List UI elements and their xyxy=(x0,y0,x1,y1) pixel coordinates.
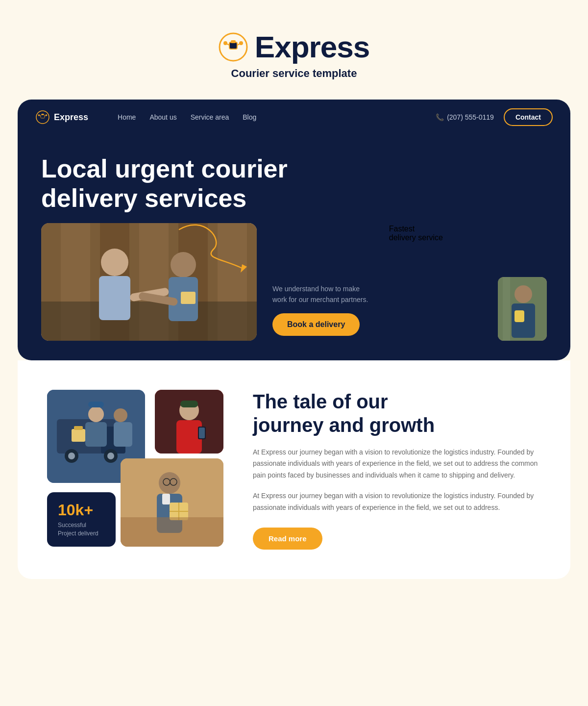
story-section: 10k+ Successful Project deliverd The tal… xyxy=(18,360,570,579)
stat-label: Successful Project deliverd xyxy=(58,521,105,538)
svg-point-48 xyxy=(114,408,127,422)
svg-rect-47 xyxy=(74,426,83,430)
hero-small-image xyxy=(498,277,547,341)
nav-right: 📞 (207) 555-0119 Contact xyxy=(436,108,553,126)
read-more-button[interactable]: Read more xyxy=(253,528,322,550)
svg-rect-54 xyxy=(199,428,205,438)
svg-rect-22 xyxy=(41,302,257,341)
svg-rect-15 xyxy=(42,114,44,115)
svg-rect-46 xyxy=(72,429,85,442)
brand-logo-row: Express xyxy=(219,29,369,64)
svg-rect-29 xyxy=(181,292,196,304)
story-paragraph-2: At Express our journey began with a visi… xyxy=(253,490,541,514)
nav-links: Home About us Service area Blog xyxy=(118,113,256,122)
svg-rect-65 xyxy=(162,494,170,504)
nav-logo[interactable]: Express xyxy=(35,110,88,125)
svg-rect-45 xyxy=(85,422,107,447)
hero-description: We understand how to make work for our m… xyxy=(272,283,370,305)
contact-button[interactable]: Contact xyxy=(504,108,553,126)
svg-rect-32 xyxy=(503,277,510,341)
svg-rect-6 xyxy=(229,42,237,49)
nav-item-blog[interactable]: Blog xyxy=(243,113,256,122)
story-title: The tale of our journey and growth xyxy=(253,390,541,437)
hero-small-art xyxy=(498,277,547,341)
story-images-collage: 10k+ Successful Project deliverd xyxy=(47,390,223,547)
fastest-badge: Fastest delivery service xyxy=(389,225,443,242)
svg-point-40 xyxy=(68,453,75,459)
hero-content: Fastest delivery service We understand h… xyxy=(41,223,547,341)
story-image-bottomright xyxy=(121,458,223,547)
phone-number: 📞 (207) 555-0119 xyxy=(436,113,494,121)
svg-rect-66 xyxy=(121,517,223,547)
hero-section: Local urgent courier delivery services xyxy=(18,135,570,341)
brand-logo-icon xyxy=(219,32,248,62)
brand-tagline: Courier service template xyxy=(231,67,357,80)
svg-point-43 xyxy=(88,406,104,422)
nav-item-service[interactable]: Service area xyxy=(191,113,229,122)
story-paragraph-1: At Express our journey began with a visi… xyxy=(253,447,541,481)
phone-icon: 📞 xyxy=(436,113,444,121)
nav-brand-name: Express xyxy=(54,112,88,123)
svg-rect-55 xyxy=(180,401,198,407)
nav-item-about[interactable]: About us xyxy=(149,113,176,122)
svg-point-23 xyxy=(101,249,128,276)
story-art-tr xyxy=(155,390,223,454)
story-image-topright xyxy=(155,390,223,454)
story-text-content: The tale of our journey and growth At Ex… xyxy=(253,390,541,550)
navbar: Express Home About us Service area Blog … xyxy=(18,100,570,135)
main-card: Express Home About us Service area Blog … xyxy=(18,100,570,360)
book-delivery-button[interactable]: Book a delivery xyxy=(272,313,360,336)
hero-title: Local urgent courier delivery services xyxy=(41,154,306,213)
brand-name-text: Express xyxy=(255,29,369,64)
svg-point-33 xyxy=(514,285,532,303)
svg-point-42 xyxy=(107,453,114,459)
hero-right-content: Fastest delivery service We understand h… xyxy=(272,283,482,341)
svg-marker-30 xyxy=(241,264,247,273)
fastest-line1: Fastest xyxy=(389,225,443,233)
story-art-br xyxy=(121,458,223,547)
svg-rect-35 xyxy=(514,310,524,322)
stat-number: 10k+ xyxy=(58,501,105,519)
svg-rect-7 xyxy=(231,40,236,43)
svg-rect-44 xyxy=(88,402,104,407)
top-brand-section: Express Courier service template xyxy=(0,0,588,100)
nav-item-home[interactable]: Home xyxy=(118,113,136,122)
stats-badge: 10k+ Successful Project deliverd xyxy=(47,492,116,547)
nav-logo-icon xyxy=(35,110,50,125)
svg-rect-14 xyxy=(41,115,45,118)
svg-rect-49 xyxy=(114,422,132,447)
curly-arrow-decoration xyxy=(174,220,272,274)
svg-rect-24 xyxy=(99,276,130,320)
fastest-line2: delivery service xyxy=(389,233,443,242)
